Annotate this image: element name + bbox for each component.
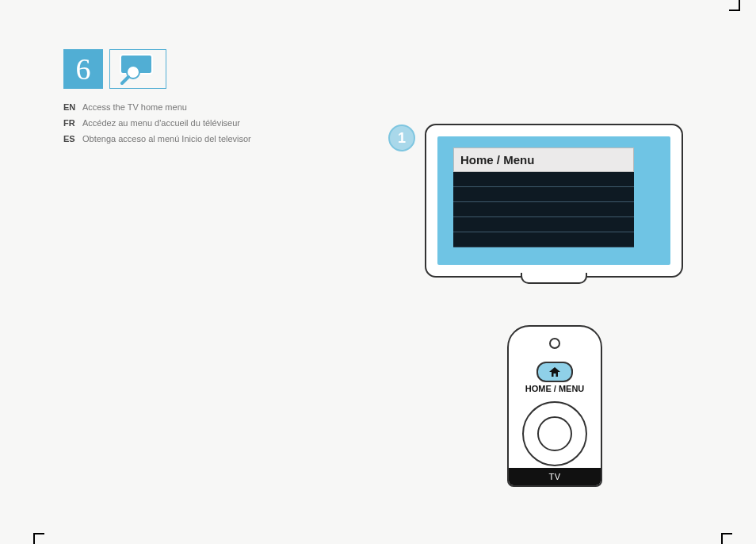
- menu-item-placeholder: [453, 187, 634, 202]
- onscreen-menu: Home / Menu: [453, 147, 634, 247]
- menu-item-placeholder: [453, 202, 634, 217]
- svg-line-2: [122, 77, 128, 83]
- menu-header: Home / Menu: [453, 147, 634, 172]
- lang-code: FR: [63, 117, 82, 130]
- home-menu-button[interactable]: [536, 362, 573, 382]
- manual-page: 6 EN Access the TV home menu FR Accédez …: [0, 0, 756, 544]
- instruction-row: EN Access the TV home menu: [63, 102, 301, 114]
- dpad-ring[interactable]: [522, 401, 587, 466]
- instruction-row: ES Obtenga acceso al menú Inicio del tel…: [63, 133, 301, 146]
- instruction-text: Accédez au menu d'accueil du téléviseur: [82, 117, 301, 130]
- menu-item-placeholder: [453, 232, 634, 247]
- instruction-text: Access the TV home menu: [82, 102, 301, 114]
- remote-illustration: HOME / MENU TV: [507, 325, 602, 487]
- remote-mode-label: TV: [509, 468, 601, 485]
- tv-stand-icon: [521, 273, 587, 284]
- lang-code: ES: [63, 133, 82, 146]
- tv-magnifier-icon: [109, 49, 166, 89]
- dpad-ok-button[interactable]: [537, 416, 572, 451]
- tv-screen-illustration: Home / Menu: [425, 124, 683, 278]
- remote-led-icon: [549, 338, 560, 349]
- step-number-badge: 6: [63, 49, 103, 89]
- menu-item-placeholder: [453, 172, 634, 187]
- home-button-label: HOME / MENU: [509, 384, 601, 393]
- menu-item-placeholder: [453, 217, 634, 232]
- callout-number-badge: 1: [388, 125, 415, 151]
- lang-code: EN: [63, 102, 82, 114]
- instruction-row: FR Accédez au menu d'accueil du télévise…: [63, 117, 301, 130]
- instruction-text: Obtenga acceso al menú Inicio del televi…: [82, 133, 301, 146]
- instruction-list: EN Access the TV home menu FR Accédez au…: [63, 102, 301, 149]
- tv-display-area: Home / Menu: [437, 136, 670, 265]
- home-icon: [549, 367, 560, 377]
